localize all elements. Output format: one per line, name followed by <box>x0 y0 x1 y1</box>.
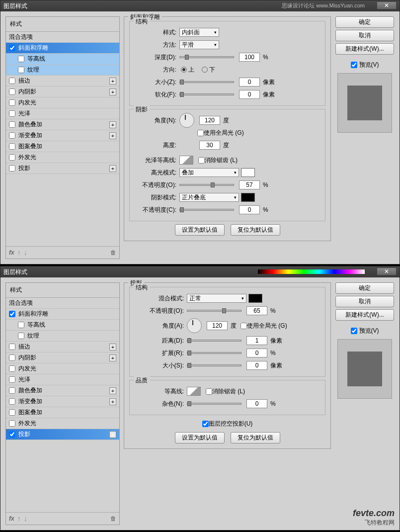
angle-dial[interactable] <box>179 113 194 128</box>
add-icon[interactable]: + <box>109 387 116 394</box>
sidebar-item[interactable]: 颜色叠加+ <box>6 119 119 130</box>
shadow-opacity-slider[interactable] <box>179 209 234 211</box>
style-select[interactable]: 内斜面▾ <box>179 28 219 37</box>
close-icon[interactable]: ✕ <box>377 1 397 9</box>
sidebar-item[interactable]: 图案叠加 <box>6 141 119 152</box>
make-default-button[interactable]: 设置为默认值 <box>175 224 225 236</box>
style-checkbox[interactable] <box>9 420 15 427</box>
down-arrow-icon[interactable]: ↓ <box>24 515 27 523</box>
global-light-checkbox[interactable] <box>240 323 247 329</box>
ok-button[interactable]: 确定 <box>335 16 394 28</box>
reset-default-button[interactable]: 复位为默认值 <box>231 432 280 443</box>
add-icon[interactable]: + <box>109 165 116 172</box>
style-checkbox[interactable] <box>9 78 15 84</box>
fx-icon[interactable]: fx <box>9 249 14 256</box>
add-icon[interactable]: + <box>109 89 116 95</box>
reset-default-button[interactable]: 复位为默认值 <box>231 224 280 236</box>
sidebar-item[interactable]: 颜色叠加+ <box>6 385 119 396</box>
style-checkbox[interactable] <box>18 322 24 328</box>
style-checkbox[interactable] <box>9 355 15 361</box>
sidebar-item[interactable]: 渐变叠加+ <box>6 396 119 407</box>
style-checkbox[interactable] <box>9 165 15 172</box>
sidebar-item[interactable]: 投影+ <box>6 163 119 174</box>
sidebar-header[interactable]: 样式 <box>6 283 119 298</box>
up-arrow-icon[interactable]: ↑ <box>17 515 21 523</box>
spread-slider[interactable] <box>187 352 241 354</box>
sidebar-item[interactable]: 图案叠加 <box>6 407 119 418</box>
angle-dial[interactable] <box>187 318 202 333</box>
sidebar-item[interactable]: 斜面和浮雕 <box>6 309 119 320</box>
shadow-opacity-input[interactable]: 0 <box>239 205 260 214</box>
style-checkbox[interactable] <box>9 89 15 95</box>
style-checkbox[interactable] <box>9 121 15 128</box>
noise-input[interactable]: 0 <box>246 399 267 408</box>
new-style-button[interactable]: 新建样式(W)... <box>335 309 394 321</box>
close-icon[interactable]: ✕ <box>377 267 397 275</box>
style-checkbox[interactable] <box>9 409 15 416</box>
knockout-checkbox[interactable] <box>202 421 209 427</box>
depth-input[interactable]: 100 <box>239 53 260 62</box>
sidebar-item[interactable]: 内发光 <box>6 363 119 374</box>
direction-down-radio[interactable] <box>202 67 208 73</box>
style-checkbox[interactable] <box>9 311 15 317</box>
sidebar-item[interactable]: 内阴影+ <box>6 353 119 363</box>
sidebar-item[interactable]: 投影+ <box>6 429 119 440</box>
add-icon[interactable]: + <box>109 431 116 438</box>
sidebar-item[interactable]: 外发光 <box>6 418 119 429</box>
size-input[interactable]: 0 <box>239 78 260 87</box>
style-checkbox[interactable] <box>9 398 15 405</box>
add-icon[interactable]: + <box>109 344 116 351</box>
style-checkbox[interactable] <box>9 154 15 161</box>
preview-checkbox[interactable] <box>351 62 357 68</box>
noise-slider[interactable] <box>187 403 241 405</box>
up-arrow-icon[interactable]: ↑ <box>17 249 21 257</box>
soften-input[interactable]: 0 <box>239 90 260 99</box>
highlight-mode-select[interactable]: 叠加▾ <box>179 168 239 177</box>
style-checkbox[interactable] <box>9 344 15 350</box>
sidebar-item[interactable]: 外发光 <box>6 152 119 163</box>
distance-input[interactable]: 1 <box>246 336 267 345</box>
size-slider[interactable] <box>187 364 241 366</box>
sidebar-item[interactable]: 光泽 <box>6 374 119 385</box>
add-icon[interactable]: + <box>109 355 116 361</box>
sidebar-item[interactable]: 等高线 <box>6 54 119 65</box>
add-icon[interactable]: + <box>109 78 116 85</box>
antialias-checkbox[interactable] <box>198 157 205 164</box>
style-checkbox[interactable] <box>9 387 15 394</box>
contour-swatch[interactable] <box>187 387 201 396</box>
style-checkbox[interactable] <box>18 56 24 62</box>
sidebar-item[interactable]: 渐变叠加+ <box>6 130 119 141</box>
style-checkbox[interactable] <box>18 333 24 339</box>
global-light-checkbox[interactable] <box>197 130 204 136</box>
titlebar[interactable]: 图层样式 思缘设计论坛 www.MissYuan.com ✕ <box>0 0 400 11</box>
highlight-opacity-slider[interactable] <box>179 184 234 186</box>
sidebar-item[interactable]: 光泽 <box>6 108 119 119</box>
add-icon[interactable]: + <box>109 398 116 405</box>
style-checkbox[interactable] <box>9 143 15 150</box>
technique-select[interactable]: 平滑▾ <box>179 40 219 49</box>
sidebar-blend-options[interactable]: 混合选项 <box>6 32 119 43</box>
new-style-button[interactable]: 新建样式(W)... <box>335 43 394 55</box>
style-checkbox[interactable] <box>9 431 15 438</box>
sidebar-item[interactable]: 纹理 <box>6 65 119 76</box>
style-checkbox[interactable] <box>9 110 15 117</box>
style-checkbox[interactable] <box>9 365 15 372</box>
sidebar-item[interactable]: 描边+ <box>6 76 119 87</box>
shadow-mode-select[interactable]: 正片叠底▾ <box>179 193 239 202</box>
style-checkbox[interactable] <box>9 376 15 383</box>
highlight-opacity-input[interactable]: 57 <box>239 180 260 189</box>
altitude-input[interactable]: 30 <box>199 141 220 150</box>
style-checkbox[interactable] <box>9 99 15 106</box>
distance-slider[interactable] <box>187 340 241 342</box>
cancel-button[interactable]: 取消 <box>335 296 394 307</box>
gloss-contour-swatch[interactable] <box>179 156 193 165</box>
shadow-color-chip[interactable] <box>241 193 255 202</box>
add-icon[interactable]: + <box>109 132 116 139</box>
style-checkbox[interactable] <box>9 132 15 139</box>
opacity-input[interactable]: 65 <box>246 306 267 315</box>
angle-input[interactable]: 120 <box>199 116 220 125</box>
sidebar-blend-options[interactable]: 混合选项 <box>6 298 119 309</box>
size-slider[interactable] <box>179 81 234 83</box>
antialias-checkbox[interactable] <box>206 388 212 395</box>
make-default-button[interactable]: 设置为默认值 <box>175 432 225 443</box>
